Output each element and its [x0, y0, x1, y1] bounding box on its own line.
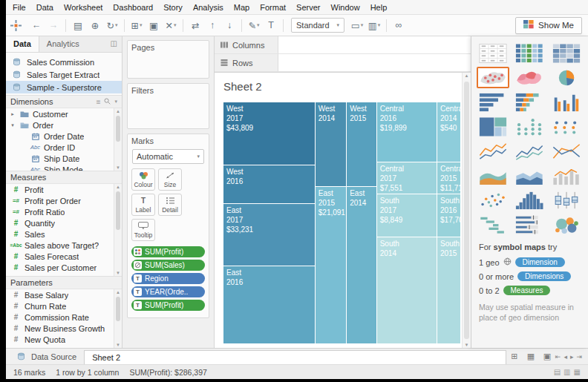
showme-pie-chart-icon[interactable] — [550, 67, 583, 88]
treemap-cell-central-2016[interactable]: Central2016$19,899 — [377, 102, 437, 162]
sheet-tab-sheet-2[interactable]: Sheet 2 — [84, 350, 506, 364]
showme-box-whisker-icon[interactable] — [550, 189, 583, 211]
treemap-cell-east-2016[interactable]: East2016 — [223, 266, 316, 343]
marks-colour-button[interactable]: Colour — [131, 168, 155, 191]
find-field-icon[interactable] — [104, 98, 111, 106]
dimension-order[interactable]: ▾Order — [6, 119, 122, 131]
showme-histogram-icon[interactable] — [513, 189, 546, 211]
measure-profit-per-order[interactable]: =#Profit per Order — [6, 195, 122, 206]
parameter-churn-rate[interactable]: #Churn Rate — [6, 300, 122, 312]
menu-help[interactable]: Help — [365, 1, 393, 13]
showme-area-continuous-icon[interactable] — [477, 165, 509, 186]
show-hide-cards-button[interactable]: ▥▾ — [366, 17, 382, 33]
menu-format[interactable]: Format — [255, 1, 291, 13]
showme-text-table-icon[interactable] — [477, 42, 509, 64]
menu-story[interactable]: Story — [158, 1, 188, 13]
status-view-icon-1[interactable]: ▥ — [564, 368, 570, 376]
treemap-cell-south-2015[interactable]: South2015 — [437, 237, 460, 343]
tab-nav-icon-0[interactable]: ⇤ — [555, 353, 561, 360]
scroll-up-icon[interactable]: ▲ — [114, 109, 122, 113]
marks-size-button[interactable]: Size — [158, 168, 182, 191]
canvas-vertical-scrollbar[interactable]: ▲ ▼ — [462, 73, 471, 348]
showme-symbol-map-icon[interactable] — [477, 67, 509, 88]
showme-treemap-icon[interactable] — [477, 116, 509, 137]
expander-icon[interactable]: ▾ — [10, 122, 16, 128]
showme-dual-combination-icon[interactable] — [550, 165, 583, 186]
scroll-down-icon[interactable]: ▼ — [114, 343, 122, 347]
treemap-cell-west-2015[interactable]: West2015 — [347, 102, 377, 187]
pages-shelf[interactable]: Pages — [127, 40, 209, 79]
save-button[interactable]: ▤ — [70, 17, 86, 33]
sort-descending-button[interactable]: ↓ — [221, 17, 238, 33]
menu-data[interactable]: Data — [31, 1, 59, 13]
showme-side-by-side-bar-icon[interactable] — [550, 91, 583, 113]
measure-sales-per-customer[interactable]: #Sales per Customer — [6, 262, 122, 273]
measures-scrollbar[interactable]: ▲▼ — [114, 184, 122, 276]
showme-dual-line-icon[interactable] — [550, 140, 583, 162]
treemap-cell-central-2017[interactable]: Central2017$7,551 — [377, 162, 437, 194]
treemap-cell-west-2017[interactable]: West2017$43,809 — [223, 102, 316, 165]
showme-side-by-side-circles-icon[interactable] — [550, 116, 583, 137]
data-source-sample-superstore[interactable]: Sample - Superstore — [6, 81, 122, 93]
treemap-cell-south-2017[interactable]: South2017$8,849 — [377, 194, 437, 238]
parameters-scrollbar[interactable]: ▲▼ — [114, 289, 122, 348]
showme-area-discrete-icon[interactable] — [513, 165, 546, 186]
treemap-cell-west-2014[interactable]: West2014 — [316, 102, 347, 187]
menu-file[interactable]: File — [7, 1, 31, 13]
dimensions-scrollbar[interactable]: ▲▼ — [114, 108, 122, 171]
scroll-up-icon[interactable]: ▲ — [114, 290, 122, 294]
dimension-order-date[interactable]: Order Date — [6, 131, 122, 142]
show-me-button[interactable]: Show Me — [515, 17, 582, 34]
redo-button[interactable]: → — [45, 17, 62, 33]
showme-bullet-icon[interactable] — [513, 214, 546, 235]
treemap-cell-south-2014[interactable]: South2014 — [377, 237, 437, 343]
measure-sales[interactable]: #Sales — [6, 228, 122, 240]
showme-heatmap-icon[interactable] — [513, 42, 546, 64]
showme-filled-map-icon[interactable] — [513, 67, 546, 88]
scroll-thumb[interactable] — [116, 116, 120, 142]
pane-options-icon[interactable]: ◫ — [106, 36, 122, 52]
treemap-cell-south-2016[interactable]: South2016$17,70 — [437, 194, 460, 238]
highlight-button[interactable]: ✎▾ — [246, 17, 262, 33]
measure-profit[interactable]: #Profit — [6, 184, 122, 195]
status-view-icon-2[interactable]: ▦ — [574, 368, 581, 376]
filters-shelf[interactable]: Filters — [127, 83, 209, 129]
scroll-thumb[interactable] — [116, 297, 120, 321]
share-button[interactable]: ∞ — [391, 17, 407, 33]
measure-sales-forecast[interactable]: #Sales Forecast — [6, 251, 122, 262]
data-source-tab[interactable]: Data Source — [7, 349, 84, 364]
clear-sheet-button[interactable]: ✕▾ — [163, 17, 179, 33]
dimension-customer[interactable]: ▸Customer — [6, 108, 122, 119]
menu-map[interactable]: Map — [229, 1, 255, 13]
treemap-cell-central-2014[interactable]: Central2014$540 — [437, 102, 460, 162]
status-view-icon-0[interactable]: ▤ — [554, 368, 561, 376]
marks-label-button[interactable]: TLabel — [131, 194, 155, 216]
parameter-new-quota[interactable]: #New Quota — [6, 334, 122, 345]
scroll-down-icon[interactable]: ▼ — [114, 271, 122, 275]
new-worksheet-button[interactable]: ⊞▾ — [128, 17, 145, 33]
showme-packed-bubbles-icon[interactable] — [550, 214, 583, 235]
expander-icon[interactable]: ▸ — [10, 111, 16, 117]
treemap-cell-east-2015[interactable]: East2015$21,091 — [316, 187, 347, 343]
rows-shelf[interactable] — [278, 54, 471, 71]
new-data-source-button[interactable]: ⊕ — [87, 17, 103, 33]
run-auto-updates-button[interactable]: ↻▾ — [104, 17, 120, 33]
measure-profit-ratio[interactable]: =#Profit Ratio — [6, 206, 122, 217]
showme-circle-view-icon[interactable] — [513, 116, 546, 137]
tab-nav-icon-2[interactable]: ▸ — [570, 353, 574, 360]
pill-sum-profit[interactable]: TSUM(Profit) — [131, 300, 205, 311]
fit-selector-button[interactable]: ▭▾ — [349, 17, 365, 33]
data-panel-tab-analytics[interactable]: Analytics — [39, 36, 87, 52]
tab-nav-icon-1[interactable]: ◂ — [564, 353, 567, 360]
columns-shelf[interactable] — [278, 36, 471, 53]
menu-server[interactable]: Server — [291, 1, 325, 13]
showme-line-discrete-icon[interactable] — [513, 140, 546, 162]
showme-scatter-icon[interactable] — [477, 189, 509, 211]
scroll-up-icon[interactable]: ▲ — [463, 73, 471, 78]
marks-tooltip-button[interactable]: Tooltip — [131, 219, 155, 241]
showme-highlight-table-icon[interactable] — [550, 42, 583, 64]
treemap-cell-east-2014[interactable]: East2014 — [347, 187, 377, 343]
parameter-new-business-growth[interactable]: #New Business Growth — [6, 323, 122, 334]
menu-worksheet[interactable]: Worksheet — [59, 1, 108, 13]
pill-sum-sales[interactable]: SUM(Sales) — [131, 260, 205, 271]
